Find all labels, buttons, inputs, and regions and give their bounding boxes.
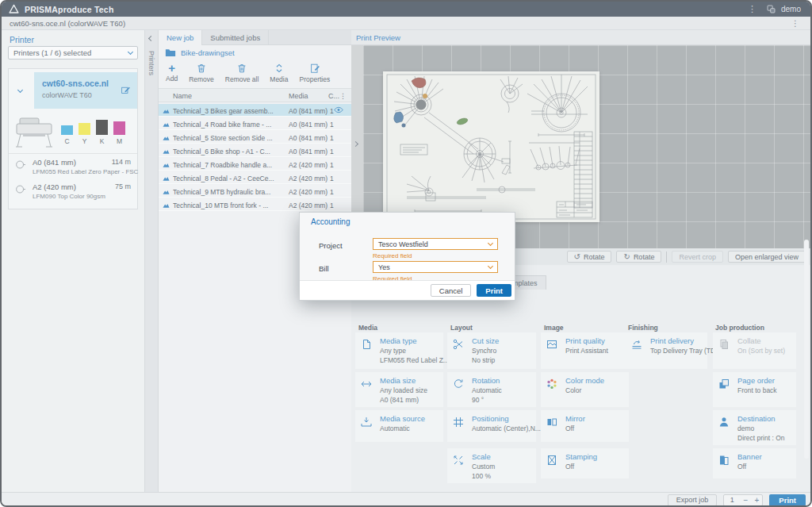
app-window: PRISMAproduce Tech ⋮ demo cwt60-sns.oce.…: [0, 0, 812, 507]
dialog-footer: Cancel Print: [300, 280, 515, 300]
bill-value: Yes: [378, 263, 390, 271]
bill-select[interactable]: Yes: [373, 261, 498, 273]
project-label: Project: [319, 241, 343, 250]
dialog-print-button[interactable]: Print: [477, 284, 511, 297]
dialog-title: Accounting: [311, 217, 350, 226]
bill-label: Bill: [319, 264, 329, 273]
project-value: Tesco Westfield: [378, 240, 428, 248]
cancel-button[interactable]: Cancel: [431, 284, 472, 297]
project-select[interactable]: Tesco Westfield: [373, 238, 498, 250]
accounting-dialog: Accounting Project Tesco Westfield Requi…: [299, 212, 515, 301]
project-required-hint: Required field: [373, 252, 412, 259]
